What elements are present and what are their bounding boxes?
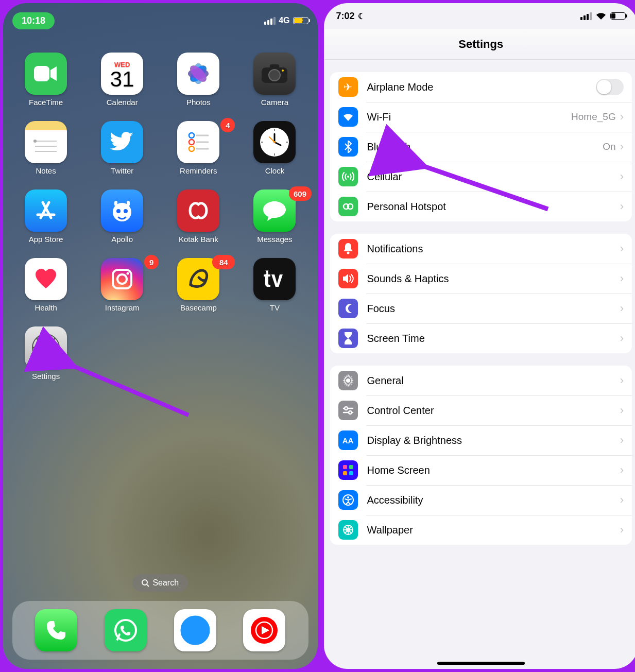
chevron-right-icon: ›	[620, 302, 624, 315]
row-wallpaper[interactable]: Wallpaper›	[330, 515, 632, 545]
app-twitter[interactable]: Twitter	[89, 121, 156, 175]
svg-rect-38	[114, 201, 117, 206]
app-settings[interactable]: Settings	[12, 326, 79, 381]
chevron-right-icon: ›	[620, 200, 624, 213]
app-whatsapp[interactable]	[105, 609, 147, 651]
chevron-right-icon: ›	[620, 332, 624, 345]
cellular-icon	[338, 167, 358, 186]
row-accessibility[interactable]: Accessibility›	[330, 485, 632, 515]
airplane-toggle[interactable]	[596, 79, 624, 95]
chevron-right-icon: ›	[620, 493, 624, 507]
app-instagram[interactable]: 9Instagram	[89, 258, 156, 312]
display-icon: AA	[338, 430, 358, 450]
svg-rect-0	[34, 66, 49, 81]
app-facetime[interactable]: FaceTime	[12, 53, 79, 107]
chevron-right-icon: ›	[620, 272, 624, 285]
bluetooth-icon	[338, 137, 358, 157]
app-notes[interactable]: Notes	[12, 121, 79, 175]
svg-line-49	[37, 338, 39, 341]
clock-icon	[253, 121, 296, 163]
settings-icon	[25, 326, 67, 369]
chevron-right-icon: ›	[620, 110, 624, 124]
home-indicator[interactable]	[437, 662, 525, 665]
app-youtube-music[interactable]	[243, 609, 285, 651]
hotspot-icon	[338, 197, 358, 216]
svg-point-69	[345, 407, 348, 410]
row-label: Personal Hotspot	[367, 201, 620, 213]
row-homescreen[interactable]: Home Screen›	[330, 455, 632, 485]
accessibility-icon	[338, 490, 358, 510]
homescreen-icon	[338, 460, 358, 480]
row-screentime[interactable]: Screen Time›	[330, 323, 632, 353]
app-label: Kotak Bank	[179, 235, 218, 244]
app-label: Calendar	[107, 98, 138, 107]
badge: 609	[289, 186, 312, 201]
row-bluetooth[interactable]: BluetoothOn›	[330, 132, 632, 162]
app-apollo[interactable]: Apollo	[89, 189, 156, 244]
calendar-day: 31	[110, 68, 134, 90]
search-icon	[142, 579, 149, 587]
signal-icon	[264, 17, 276, 25]
row-wifi[interactable]: Wi-FiHome_5G›	[330, 102, 632, 132]
svg-rect-10	[270, 64, 279, 70]
app-label: TV	[270, 303, 280, 312]
row-notifications[interactable]: Notifications›	[330, 234, 632, 264]
appstore-icon	[25, 189, 67, 232]
row-label: Notifications	[367, 243, 620, 255]
row-display[interactable]: AADisplay & Brightness›	[330, 425, 632, 455]
row-label: Airplane Mode	[367, 81, 596, 93]
svg-point-12	[282, 70, 284, 72]
app-label: Photos	[186, 98, 211, 107]
app-label: Notes	[36, 166, 56, 175]
svg-point-31	[273, 141, 276, 143]
app-safari[interactable]	[174, 609, 216, 651]
time-pill[interactable]: 10:18	[12, 12, 55, 29]
row-sounds[interactable]: Sounds & Haptics›	[330, 264, 632, 294]
notifications-icon	[338, 239, 358, 259]
network-label: 4G	[279, 16, 289, 25]
row-value: Home_5G	[571, 111, 616, 123]
settings-scroll[interactable]: ✈Airplane Mode Wi-FiHome_5G› BluetoothOn…	[324, 60, 636, 669]
app-health[interactable]: Health	[12, 258, 79, 312]
row-general[interactable]: General›	[330, 366, 632, 395]
app-photos[interactable]: Photos	[165, 53, 232, 107]
health-icon	[25, 258, 67, 300]
app-basecamp[interactable]: 84Basecamp	[165, 258, 232, 312]
status-bar: 7:02☾	[324, 3, 636, 29]
app-kotak[interactable]: Kotak Bank	[165, 189, 232, 244]
svg-rect-72	[343, 465, 347, 469]
row-controlcenter[interactable]: Control Center›	[330, 395, 632, 425]
facetime-icon	[25, 53, 67, 95]
chevron-right-icon: ›	[620, 434, 624, 447]
app-tv[interactable]: TV	[241, 258, 308, 312]
signal-icon	[580, 12, 592, 20]
app-reminders[interactable]: 4Reminders	[165, 121, 232, 175]
svg-point-44	[42, 343, 50, 352]
time: 7:02	[336, 11, 355, 21]
app-clock[interactable]: Clock	[241, 121, 308, 175]
row-cellular[interactable]: Cellular›	[330, 162, 632, 192]
reminders-icon	[177, 121, 219, 163]
airplane-icon: ✈	[338, 77, 358, 97]
app-messages[interactable]: 609Messages	[241, 189, 308, 244]
row-label: Bluetooth	[367, 141, 603, 153]
chevron-right-icon: ›	[620, 140, 624, 153]
row-airplane[interactable]: ✈Airplane Mode	[330, 72, 632, 102]
row-label: Display & Brightness	[367, 435, 620, 446]
chevron-right-icon: ›	[620, 523, 624, 537]
row-focus[interactable]: Focus›	[330, 294, 632, 323]
battery-icon: ⚡	[293, 17, 308, 24]
row-value: On	[603, 141, 615, 152]
app-appstore[interactable]: App Store	[12, 189, 79, 244]
app-calendar[interactable]: WED31Calendar	[89, 53, 156, 107]
app-phone[interactable]	[35, 609, 77, 651]
row-hotspot[interactable]: Personal Hotspot›	[330, 192, 632, 221]
settings-group-connectivity: ✈Airplane Mode Wi-FiHome_5G› BluetoothOn…	[330, 72, 632, 221]
svg-point-62	[347, 176, 349, 178]
app-camera[interactable]: Camera	[241, 53, 308, 107]
spotlight-search[interactable]: Search	[132, 574, 188, 592]
svg-point-66	[347, 252, 349, 254]
row-label: Wallpaper	[367, 524, 620, 536]
general-icon	[338, 371, 358, 390]
app-label: Instagram	[105, 303, 140, 312]
